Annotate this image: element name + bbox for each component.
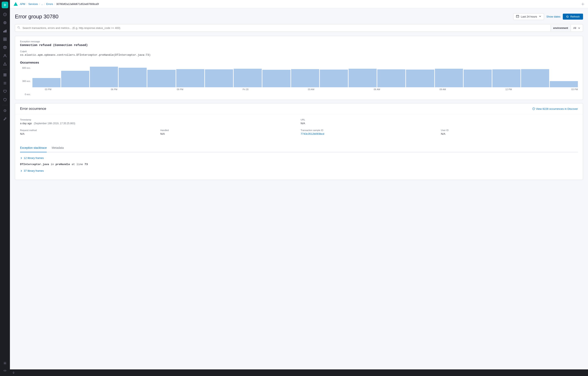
chart-bar [406,70,434,87]
sidebar-icon-user[interactable] [1,52,9,59]
sidebar-icon-services[interactable] [1,44,9,51]
settings-icon[interactable] [581,2,585,6]
x-axis-label: 06 PM [111,88,117,91]
svg-rect-21 [516,15,519,18]
frame-expand-2[interactable]: 37 library frames [20,169,578,172]
transaction-id-value[interactable]: 7743c3512b093bcd [301,132,438,135]
handled-field: Handled N/A [160,129,297,135]
chart-bar [348,69,377,87]
frame-expand-1[interactable]: 12 library frames [20,157,578,159]
chart-bar [205,69,233,87]
svg-rect-12 [5,74,6,75]
breadcrumb-sep-1: / [26,3,27,6]
occurrences-chart: 600 occ. 300 occ. 0 occ. 03 PM06 PM09 PM… [20,67,578,95]
svg-rect-8 [3,39,5,41]
refresh-icon [566,15,569,18]
x-axis-label: 09 PM [177,88,183,91]
x-axis-label: 03 PM [45,88,52,91]
chart-bar [435,69,463,87]
sidebar-bottom [1,359,9,374]
error-occurrence-card: Error occurrence View 8228 occurrences i… [15,103,583,180]
tab-metadata[interactable]: Metadata [52,144,64,152]
sidebar-icon-grid[interactable] [1,35,9,43]
breadcrumb-services[interactable]: Services [28,3,38,6]
chart-bar [176,69,204,87]
env-chevron-icon [578,27,580,29]
breadcrumb-errors[interactable]: Errors [46,3,53,6]
sidebar-divider-1 [2,69,8,70]
sidebar-icon-charts[interactable] [1,27,9,35]
svg-rect-5 [6,30,7,33]
bottom-bar [10,369,588,376]
calendar-icon [516,15,519,19]
error-details: Timestamp a day ago (September 19th 2019… [15,114,583,144]
timestamp-value: a day ago (September 19th 2019, 17:35:25… [20,122,297,125]
bars-container [33,67,578,87]
sidebar-icon-dev-tools[interactable] [1,115,9,123]
app-logo: D [2,2,8,8]
timestamp-field: Timestamp a day ago (September 19th 2019… [20,118,297,125]
error-occurrence-header: Error occurrence View 8228 occurrences i… [15,103,583,114]
transaction-id-label: Transaction sample ID [301,129,438,131]
culprit-label: Culprit [20,50,578,53]
sidebar-icon-time[interactable] [1,11,9,18]
breadcrumb-current: 30780df2a12a68d671d52ed07669ca5f [56,3,99,6]
breadcrumb-sep-3: / [44,3,45,6]
tabs: Exception stacktrace Metadata [20,144,578,152]
sidebar-icon-alerts[interactable] [1,60,9,68]
breadcrumb-ellipsis[interactable]: ... [41,3,43,6]
show-dates-link[interactable]: Show dates [546,15,561,18]
svg-rect-7 [5,38,6,39]
chart-bar [90,67,118,87]
time-picker[interactable]: Last 24 hours [513,13,544,20]
chart-bar [61,71,89,87]
breadcrumb-apm[interactable]: APM [20,3,25,6]
handled-value: N/A [160,132,297,135]
details-row-1: Timestamp a day ago (September 19th 2019… [20,118,578,125]
x-axis-label: 09 AM [439,88,446,91]
refresh-button[interactable]: Refresh [563,14,583,20]
chevron-right-icon-2 [20,170,22,172]
sidebar-icon-security[interactable] [1,96,9,103]
transaction-id-field: Transaction sample ID 7743c3512b093bcd [301,129,438,135]
bottom-expand-icon[interactable] [12,371,16,374]
breadcrumb-sep-2: / [39,3,40,6]
search-input[interactable] [22,25,551,31]
y-label-max: 600 occ. [22,67,31,69]
x-axis-label: 06 AM [374,88,380,91]
details-row-2: Request method N/A Handled N/A Transacti… [20,129,578,135]
sidebar-icon-collapse[interactable] [1,367,9,374]
sidebar-icon-logs[interactable] [1,79,9,87]
x-axis-label: 12 PM [505,88,512,91]
code-line: DTInterceptor.java in preHandle at line … [20,163,578,166]
svg-point-22 [18,26,19,28]
error-occurrence-title: Error occurrence [20,107,46,111]
svg-point-2 [4,22,5,23]
chart-bar [234,69,262,87]
request-method-label: Request method [20,129,157,131]
chart-bar [262,70,291,87]
user-id-value: N/A [441,132,578,135]
svg-marker-19 [14,2,18,6]
sidebar-icon-integrations[interactable] [1,71,9,79]
chart-bar [550,81,578,87]
user-id-label: User ID [441,129,578,131]
handled-label: Handled [160,129,297,131]
discover-link[interactable]: View 8228 occurrences in Discover [532,107,578,110]
svg-point-10 [4,54,6,56]
chart-bar [33,78,61,87]
svg-rect-9 [5,39,6,41]
chart-y-axis: 600 occ. 300 occ. 0 occ. [20,67,33,95]
chart-bar [119,68,147,87]
exception-card-body: Exception message Connection refused (Co… [15,36,583,100]
sidebar-icon-health[interactable] [1,88,9,95]
chart-plot: 03 PM06 PM09 PMFri 2003 AM06 AM09 AM12 P… [33,67,578,95]
sidebar-icon-apm[interactable] [1,107,9,114]
y-label-min: 0 occ. [25,93,31,95]
environment-dropdown[interactable]: All [571,25,583,31]
chart-bar [492,69,521,87]
tab-exception-stacktrace[interactable]: Exception stacktrace [20,144,47,152]
sidebar-icon-overview[interactable] [1,19,9,26]
sidebar-icon-settings[interactable] [1,359,9,367]
exception-message-label: Exception message [20,40,578,43]
